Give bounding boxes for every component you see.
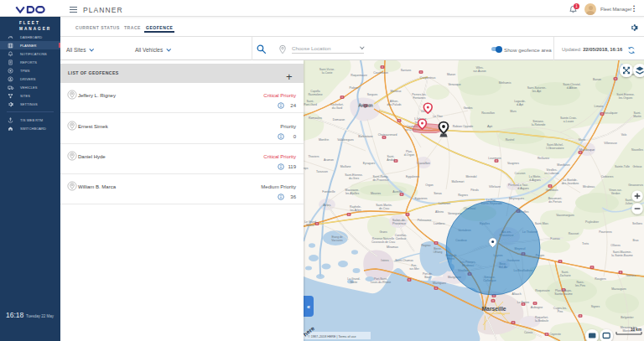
svg-text:Ollieres: Ollieres (610, 244, 621, 247)
svg-text:Mallemort: Mallemort (452, 180, 465, 183)
svg-text:Montfuron: Montfuron (557, 163, 569, 167)
svg-text:Monteux: Monteux (390, 90, 401, 93)
svg-text:© 1987–2018 HERE | Terms of us: © 1987–2018 HERE | Terms of use (308, 335, 356, 338)
svg-text:Saint-Andiol: Saint-Andiol (387, 155, 395, 162)
svg-text:Corbieres: Corbieres (601, 175, 614, 178)
svg-text:Forcalquier: Forcalquier (604, 111, 619, 115)
svg-text:Ceyreste: Ceyreste (549, 333, 561, 336)
svg-text:Pelissanne: Pelissanne (418, 219, 432, 222)
svg-text:La Bastide-des-Jourdans: La Bastide-des-Jourdans (562, 178, 579, 185)
svg-text:Comps: Comps (304, 167, 309, 170)
svg-text:Mane: Mane (579, 138, 586, 142)
svg-text:Cassis: Cassis (524, 331, 532, 334)
svg-text:Mouries: Mouries (371, 192, 381, 195)
svg-text:La Penne: La Penne (517, 301, 530, 304)
svg-text:Istres: Istres (381, 259, 388, 262)
svg-text:Mirabeau: Mirabeau (583, 185, 595, 189)
svg-text:Raphele-les-Arles: Raphele-les-Arles (350, 205, 361, 212)
svg-text:Beaumont-de-Pertuis: Beaumont-de-Pertuis (548, 197, 563, 204)
svg-text:Saint-Martin: Saint-Martin (633, 111, 641, 118)
svg-text:Rougiers: Rougiers (595, 277, 606, 281)
svg-text:Murs: Murs (510, 110, 517, 113)
svg-text:Pertuis: Pertuis (508, 183, 518, 187)
svg-text:Signes: Signes (591, 305, 600, 308)
svg-text:Roquefort-la-Bedoule: Roquefort-la-Bedoule (535, 316, 548, 323)
svg-text:Belgentier: Belgentier (621, 316, 634, 319)
svg-text:Allauch: Allauch (512, 292, 521, 296)
svg-text:Banon: Banon (593, 78, 601, 81)
svg-text:Niozelles: Niozelles (631, 148, 643, 152)
svg-text:Maussane-les-Alpilles: Maussane-les-Alpilles (345, 189, 360, 195)
svg-text:Cucuron: Cucuron (515, 172, 526, 175)
svg-text:Lamanon: Lamanon (439, 202, 450, 205)
svg-text:Apt: Apt (487, 124, 493, 128)
svg-text:Aubagne: Aubagne (531, 306, 543, 309)
svg-text:Rustrel: Rustrel (506, 138, 515, 142)
svg-text:Cornillon-Confoux: Cornillon-Confoux (395, 234, 408, 240)
svg-text:Villeneuve: Villeneuve (604, 142, 617, 145)
svg-text:Martigues: Martigues (433, 282, 446, 285)
svg-text:Ginasservis: Ginasservis (628, 183, 643, 187)
svg-text:Merindol: Merindol (465, 175, 476, 178)
svg-text:Cavaillon: Cavaillon (417, 162, 430, 165)
svg-text:Saint-Julien: Saint-Julien (626, 199, 633, 205)
svg-text:Vallabregues: Vallabregues (337, 138, 354, 142)
svg-text:Gréoux: Gréoux (632, 165, 641, 168)
svg-text:Eyguieres: Eyguieres (414, 197, 427, 200)
svg-text:Remoulins: Remoulins (309, 116, 322, 120)
svg-text:Bras: Bras (633, 239, 639, 242)
svg-text:Villelaure: Villelaure (489, 185, 501, 189)
svg-text:Rochefort-du-Gard: Rochefort-du-Gard (330, 103, 344, 110)
svg-text:Sorgues: Sorgues (367, 93, 378, 96)
svg-text:Berre-l-Etang: Berre-l-Etang (434, 247, 443, 254)
svg-text:Sarrians: Sarrians (401, 69, 412, 72)
svg-text:Trets: Trets (582, 242, 589, 245)
svg-text:Fontvieille: Fontvieille (322, 190, 335, 194)
svg-text:Vaugines: Vaugines (507, 162, 519, 165)
svg-text:Reillanne: Reillanne (538, 157, 549, 160)
svg-text:Gordes: Gordes (463, 106, 472, 110)
svg-text:Fuveau: Fuveau (550, 237, 559, 240)
svg-text:Simiane-la-Rotonde: Simiane-la-Rotonde (532, 120, 546, 127)
svg-text:10 km: 10 km (631, 328, 641, 332)
svg-text:Pourrieres: Pourrieres (599, 230, 612, 234)
svg-text:Roquemaure: Roquemaure (351, 74, 367, 77)
svg-text:Rognes: Rognes (458, 194, 468, 197)
svg-text:Salon-de-Provence: Salon-de-Provence (392, 219, 407, 225)
svg-text:Saint-Maximin-la-Sainte-Baume: Saint-Maximin-la-Sainte-Baume (611, 251, 632, 257)
svg-text:Plan-d-Aups-Sainte-Baume: Plan-d-Aups-Sainte-Baume (554, 289, 573, 296)
svg-text:Courthezon: Courthezon (373, 71, 388, 75)
svg-text:Roussillon: Roussillon (481, 111, 495, 115)
svg-text:Avignon: Avignon (358, 104, 373, 108)
svg-text:Eygalieres: Eygalieres (406, 175, 419, 178)
svg-text:Theziers: Theziers (308, 155, 319, 158)
svg-text:Domazan: Domazan (333, 118, 345, 121)
svg-text:Saint-Michel-l-Observatoire: Saint-Michel-l-Observatoire (546, 143, 564, 150)
svg-text:Methamis: Methamis (499, 81, 512, 85)
svg-text:Grans: Grans (379, 230, 387, 234)
svg-text:Venasque: Venasque (448, 83, 460, 86)
svg-text:Limans: Limans (595, 105, 604, 108)
svg-text:Saint-Etienne-les-Orgues: Saint-Etienne-les-Orgues (616, 93, 635, 100)
svg-text:Barbentane: Barbentane (358, 135, 373, 138)
svg-text:Mazan: Mazan (447, 73, 455, 76)
svg-text:Lourmarin: Lourmarin (488, 157, 501, 160)
svg-text:Aramon: Aramon (324, 158, 334, 162)
svg-text:Seillons: Seillons (632, 222, 642, 225)
svg-text:Puyloubier: Puyloubier (585, 220, 600, 224)
svg-text:Alleins: Alleins (435, 210, 444, 214)
svg-text:La Motte-d-Aigues: La Motte-d-Aigues (529, 175, 541, 182)
svg-text:Chateaurenard: Chateaurenard (378, 133, 397, 137)
svg-text:Nans-les-Pins: Nans-les-Pins (575, 281, 585, 287)
svg-text:La Tour-d-Aigues: La Tour-d-Aigues (517, 183, 529, 190)
svg-text:Montfrin: Montfrin (319, 138, 329, 142)
svg-text:Saint-Marc: Saint-Marc (535, 222, 549, 225)
svg-text:Orgon: Orgon (425, 183, 434, 187)
svg-text:Rognac: Rognac (421, 244, 431, 247)
svg-text:Senas: Senas (434, 192, 442, 195)
svg-text:Etang deVaccares: Etang deVaccares (331, 235, 343, 242)
svg-text:Vauvenargues: Vauvenargues (556, 214, 574, 217)
svg-text:Maillane: Maillane (340, 165, 351, 168)
svg-text:Carpentras: Carpentras (420, 76, 436, 80)
svg-text:Arles: Arles (323, 203, 330, 207)
